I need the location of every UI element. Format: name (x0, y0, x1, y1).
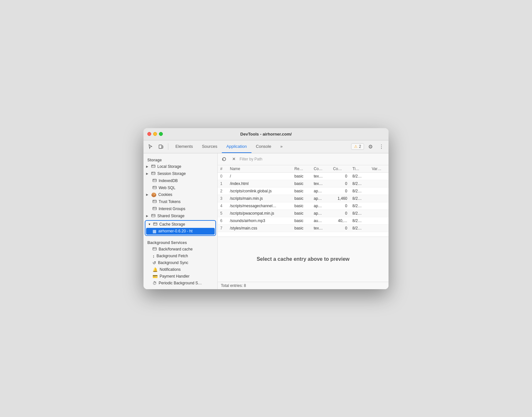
cell-content-length: 0 (330, 187, 350, 195)
cell-vary (369, 224, 389, 232)
svg-rect-1 (162, 146, 163, 148)
cell-vary (369, 217, 389, 224)
cell-response: basic (292, 202, 311, 209)
svg-rect-0 (159, 145, 162, 148)
svg-rect-14 (152, 214, 155, 217)
sidebar-item-label: Notifications (160, 267, 181, 272)
cell-num: 3 (218, 195, 227, 202)
sidebar-item-indexeddb[interactable]: IndexedDB (143, 177, 217, 184)
sidebar-item-label: Interest Groups (159, 207, 185, 211)
sidebar-item-payment-handler[interactable]: 💳 Payment Handler (143, 273, 217, 280)
sidebar-item-local-storage[interactable]: ▶ Local Storage (143, 163, 217, 170)
inspect-element-button[interactable] (146, 142, 155, 151)
table-row[interactable]: 2 /scripts/comlink.global.js basic ap… 0… (218, 187, 389, 195)
cell-vary (369, 202, 389, 209)
svg-point-7 (153, 179, 154, 180)
expand-arrow-icon: ▶ (146, 193, 149, 196)
cell-response: basic (292, 180, 311, 187)
web-sql-icon (153, 185, 157, 190)
device-icon (158, 144, 163, 149)
status-text: Total entries: 8 (221, 283, 246, 288)
sidebar-item-interest-groups[interactable]: Interest Groups (143, 205, 217, 212)
svg-point-11 (153, 200, 154, 201)
minimize-button[interactable] (153, 132, 157, 136)
warning-count: 2 (359, 144, 361, 149)
cell-response: basic (292, 217, 311, 224)
cell-content-type: tex… (311, 172, 330, 180)
svg-point-15 (152, 214, 153, 215)
cell-content-length: 0 (330, 172, 350, 180)
table-row[interactable]: 6 /sounds/airhorn.mp3 basic au… 40,… 8/2… (218, 217, 389, 224)
table-row[interactable]: 4 /scripts/messagechannel… basic ap… 0 8… (218, 202, 389, 209)
sidebar-item-background-fetch[interactable]: ↕ Background Fetch (143, 253, 217, 259)
cell-num: 6 (218, 217, 227, 224)
sidebar-item-back-forward-cache[interactable]: Back/forward cache (143, 246, 217, 253)
maximize-button[interactable] (159, 132, 163, 136)
table-row[interactable]: 7 /styles/main.css basic tex… 0 8/2… (218, 224, 389, 232)
cell-num: 2 (218, 187, 227, 195)
sidebar-item-trust-tokens[interactable]: Trust Tokens (143, 198, 217, 205)
more-options-button[interactable]: ⋮ (377, 142, 386, 151)
tab-application[interactable]: Application (222, 140, 251, 153)
tab-more[interactable]: » (276, 140, 287, 153)
cell-time: 8/2… (350, 195, 369, 202)
expand-arrow-icon: ▶ (146, 172, 149, 175)
sidebar-item-cache-storage-child[interactable]: ▦ airhorner-0.6.20 - ht (146, 228, 215, 235)
background-sync-icon: ↺ (153, 260, 156, 265)
cell-content-length: 0 (330, 202, 350, 209)
sidebar-item-cookies[interactable]: ▶ 🍪 Cookies (143, 191, 217, 198)
svg-point-5 (152, 172, 153, 173)
table-header-row: # Name Re… Co… Co… Ti… Var… (218, 165, 389, 173)
sidebar-item-background-sync[interactable]: ↺ Background Sync (143, 259, 217, 266)
cell-vary (369, 172, 389, 180)
refresh-button[interactable] (220, 155, 228, 163)
cell-content-length: 0 (330, 209, 350, 217)
table-row[interactable]: 1 /index.html basic tex… 0 8/2… (218, 180, 389, 187)
col-header-content-length: Co… (330, 165, 350, 173)
cell-content-length: 0 (330, 224, 350, 232)
table-row[interactable]: 3 /scripts/main.min.js basic ap… 1,460 8… (218, 195, 389, 202)
col-header-vary: Var… (369, 165, 389, 173)
trust-tokens-icon (153, 199, 157, 204)
cell-time: 8/2… (350, 217, 369, 224)
sidebar-item-notifications[interactable]: 🔔 Notifications (143, 266, 217, 273)
cell-num: 4 (218, 202, 227, 209)
col-header-content-type: Co… (311, 165, 330, 173)
sidebar-item-cache-storage[interactable]: ▼ Cache Storage (145, 221, 215, 228)
cell-content-type: ap… (311, 187, 330, 195)
filter-input[interactable] (240, 157, 386, 161)
svg-point-3 (152, 165, 153, 166)
cell-name: /scripts/messagechannel… (227, 202, 292, 209)
cell-response: basic (292, 187, 311, 195)
table-row[interactable]: 5 /scripts/pwacompat.min.js basic ap… 0 … (218, 209, 389, 217)
cell-content-type: ap… (311, 209, 330, 217)
clear-button[interactable]: ✕ (230, 155, 238, 163)
sidebar-item-shared-storage[interactable]: ▶ Shared Storage (143, 212, 217, 219)
tab-elements[interactable]: Elements (171, 140, 197, 153)
cell-vary (369, 195, 389, 202)
tab-sources[interactable]: Sources (197, 140, 222, 153)
devtools-window: DevTools - airhorner.com/ Elements Sourc… (143, 128, 389, 289)
settings-button[interactable]: ⚙ (366, 142, 375, 151)
svg-point-19 (153, 248, 154, 248)
cell-vary (369, 180, 389, 187)
expand-arrow-icon: ▶ (146, 214, 149, 218)
cell-name: /scripts/comlink.global.js (227, 187, 292, 195)
main-content: Storage ▶ Local Storage ▶ Session Storag… (143, 153, 389, 289)
tab-console[interactable]: Console (251, 140, 276, 153)
periodic-background-icon: ⏱ (153, 281, 157, 286)
window-title: DevTools - airhorner.com/ (240, 132, 291, 137)
sidebar-item-session-storage[interactable]: ▶ Session Storage (143, 170, 217, 177)
sidebar-item-label: Periodic Background S… (159, 281, 202, 285)
sidebar-item-web-sql[interactable]: Web SQL (143, 184, 217, 191)
cell-name: /sounds/airhorn.mp3 (227, 217, 292, 224)
device-toggle-button[interactable] (156, 142, 165, 151)
expand-arrow-icon: ▶ (146, 165, 149, 168)
warning-badge[interactable]: ⚠ 2 (351, 143, 364, 150)
refresh-icon (222, 157, 226, 161)
close-button[interactable] (147, 132, 151, 136)
sidebar-item-periodic-background[interactable]: ⏱ Periodic Background S… (143, 280, 217, 287)
cell-content-type: au… (311, 217, 330, 224)
table-row[interactable]: 0 / basic tex… 0 8/2… (218, 172, 389, 180)
cell-time: 8/2… (350, 202, 369, 209)
